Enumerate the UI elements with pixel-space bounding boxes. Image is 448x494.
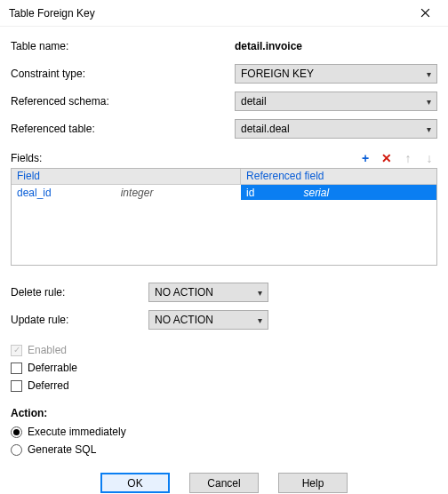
- ok-button[interactable]: OK: [100, 473, 170, 493]
- fields-label: Fields:: [11, 152, 42, 164]
- fields-header-row: Fields: + ✕ ↑ ↓: [11, 150, 437, 166]
- checkbox-group: Enabled Deferrable Deferred: [11, 341, 437, 394]
- generate-sql-label: Generate SQL: [28, 443, 96, 456]
- help-button[interactable]: Help: [278, 473, 348, 493]
- window-title: Table Foreign Key: [9, 7, 95, 20]
- grid-cell-referenced: id serial: [241, 185, 436, 200]
- enabled-row: Enabled: [11, 341, 437, 359]
- col-referenced[interactable]: Referenced field: [241, 169, 436, 184]
- dialog-buttons: OK Cancel Help: [11, 473, 437, 493]
- table-name-row: Table name: detail.invoice: [11, 34, 437, 59]
- ref-field-type: serial: [303, 187, 329, 199]
- update-rule-row: Update rule: NO ACTION ▾: [11, 307, 437, 332]
- constraint-type-value: FOREIGN KEY: [241, 68, 314, 80]
- enabled-checkbox: [11, 345, 22, 356]
- generate-sql-row: Generate SQL: [11, 441, 437, 458]
- ref-table-select[interactable]: detail.deal ▾: [235, 119, 437, 139]
- fields-grid: Field Referenced field deal_id integer i…: [11, 168, 437, 266]
- chevron-down-icon: ▾: [258, 315, 262, 325]
- close-button[interactable]: [409, 1, 441, 26]
- field-name: deal_id: [17, 187, 52, 199]
- delete-rule-label: Delete rule:: [11, 286, 148, 299]
- delete-rule-row: Delete rule: NO ACTION ▾: [11, 280, 437, 305]
- dialog-content: Table name: detail.invoice Constraint ty…: [0, 27, 448, 494]
- action-label: Action:: [11, 407, 437, 419]
- update-rule-value: NO ACTION: [155, 314, 213, 326]
- move-up-button[interactable]: ↑: [400, 150, 416, 166]
- constraint-type-select[interactable]: FOREIGN KEY ▾: [235, 64, 437, 84]
- execute-immediately-radio[interactable]: [11, 426, 22, 438]
- close-icon: [420, 8, 430, 18]
- add-field-button[interactable]: +: [357, 150, 373, 166]
- deferred-checkbox[interactable]: [11, 380, 22, 392]
- titlebar: Table Foreign Key: [0, 0, 448, 27]
- grid-header: Field Referenced field: [12, 169, 436, 185]
- ref-table-value: detail.deal: [241, 123, 290, 135]
- field-type: integer: [121, 187, 154, 199]
- delete-rule-value: NO ACTION: [155, 286, 213, 299]
- generate-sql-radio[interactable]: [11, 444, 22, 456]
- chevron-down-icon: ▾: [427, 69, 431, 79]
- enabled-label: Enabled: [28, 344, 67, 356]
- table-name-value: detail.invoice: [235, 40, 302, 52]
- update-rule-select[interactable]: NO ACTION ▾: [148, 310, 268, 330]
- grid-cell-field: deal_id integer: [12, 185, 241, 200]
- table-name-label: Table name:: [11, 40, 126, 52]
- update-rule-label: Update rule:: [11, 314, 148, 326]
- col-field[interactable]: Field: [12, 169, 241, 184]
- ref-schema-value: detail: [241, 95, 267, 108]
- chevron-down-icon: ▾: [258, 288, 262, 298]
- ref-field-name: id: [246, 187, 254, 199]
- ref-schema-select[interactable]: detail ▾: [235, 92, 437, 111]
- action-radio-group: Execute immediately Generate SQL: [11, 423, 437, 458]
- chevron-down-icon: ▾: [427, 124, 431, 134]
- deferred-row: Deferred: [11, 377, 437, 394]
- deferred-label: Deferred: [28, 379, 69, 392]
- delete-rule-select[interactable]: NO ACTION ▾: [148, 283, 268, 302]
- execute-immediately-label: Execute immediately: [28, 426, 126, 438]
- move-down-button[interactable]: ↓: [421, 150, 437, 166]
- remove-field-button[interactable]: ✕: [379, 150, 395, 166]
- ref-schema-row: Referenced schema: detail ▾: [11, 89, 437, 114]
- grid-row[interactable]: deal_id integer id serial: [12, 185, 436, 200]
- cancel-button[interactable]: Cancel: [189, 473, 259, 493]
- ref-table-row: Referenced table: detail.deal ▾: [11, 116, 437, 141]
- constraint-type-label: Constraint type:: [11, 68, 126, 80]
- grid-empty-area: [12, 200, 436, 265]
- deferrable-row: Deferrable: [11, 359, 437, 377]
- execute-immediately-row: Execute immediately: [11, 423, 437, 441]
- deferrable-checkbox[interactable]: [11, 363, 22, 374]
- ref-schema-label: Referenced schema:: [11, 95, 126, 108]
- ref-table-label: Referenced table:: [11, 123, 126, 135]
- fields-toolbar: + ✕ ↑ ↓: [357, 150, 437, 166]
- deferrable-label: Deferrable: [28, 362, 77, 374]
- constraint-type-row: Constraint type: FOREIGN KEY ▾: [11, 61, 437, 86]
- chevron-down-icon: ▾: [427, 97, 431, 107]
